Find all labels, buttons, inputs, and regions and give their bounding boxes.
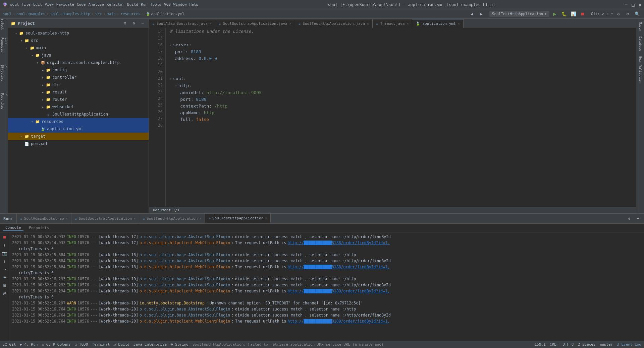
close-icon[interactable]: ✕: [289, 22, 291, 25]
wrap-text-button[interactable]: ↵: [1, 266, 8, 273]
tree-item-org-package[interactable]: ▾ 📦 org.dromara.soul.examples.http: [8, 59, 149, 66]
scroll-up-button[interactable]: ↑: [1, 258, 8, 265]
close-icon[interactable]: ✕: [367, 22, 369, 25]
editor-tab-soul-admin-bootstrap[interactable]: ☕ SoulAdminBootstrap.java ✕: [149, 19, 215, 28]
menu-navigate[interactable]: Navigate: [56, 2, 74, 7]
tree-item-result[interactable]: ▸ 📁 result: [8, 88, 149, 96]
panel-scope-icon[interactable]: ⊙: [122, 20, 128, 27]
line-ending[interactable]: CRLF: [550, 342, 559, 347]
menu-help[interactable]: Help: [190, 2, 199, 7]
menu-run[interactable]: Run: [141, 2, 148, 7]
menu-vcs[interactable]: VCS: [164, 2, 171, 7]
breadcrumb-soul-examples[interactable]: soul-examples: [16, 12, 45, 16]
menu-code[interactable]: Code: [77, 2, 86, 7]
console-tab[interactable]: Console: [3, 225, 23, 231]
code-content[interactable]: # limitations under the License. ▾server…: [166, 28, 636, 207]
editor-tab-soul-test-http-application[interactable]: ☕ SoulTestHttpApplication.java ✕: [295, 19, 373, 28]
tree-item-target[interactable]: ▸ 📁 target: [8, 133, 149, 140]
run-panel-collapse-icon[interactable]: ─: [635, 215, 641, 222]
breadcrumb-application-yml[interactable]: application.yml: [151, 12, 184, 16]
breadcrumb-resources[interactable]: resources: [120, 12, 141, 16]
database-tab[interactable]: Database: [638, 34, 643, 53]
panel-collapse-icon[interactable]: ─: [139, 20, 146, 27]
build-status-bar[interactable]: ⚙ Build: [114, 342, 129, 347]
align-button[interactable]: ≡: [1, 274, 8, 281]
run-with-coverage-button[interactable]: 📊: [570, 10, 578, 18]
stop-run-button[interactable]: ⏹: [1, 234, 8, 240]
close-icon[interactable]: ✕: [199, 217, 201, 220]
menu-window[interactable]: Window: [173, 2, 187, 7]
undo-button[interactable]: ↺: [614, 10, 623, 18]
breadcrumb-soul-examples-http[interactable]: soul-examples-http: [50, 12, 90, 16]
debug-button[interactable]: 🐛: [560, 10, 568, 18]
run-tab-soul-admin-bootstrap[interactable]: ☕ SoulAdminBootstrap ✕: [17, 214, 71, 223]
spring-status-bar[interactable]: ☘ Spring: [171, 342, 189, 347]
structure-icon[interactable]: 2: Structure: [1, 70, 7, 76]
menu-view[interactable]: View: [45, 2, 54, 7]
close-button[interactable]: ✕: [639, 2, 641, 7]
tree-item-java[interactable]: ▾ 📁 java: [8, 52, 149, 59]
settings-button[interactable]: ⚙: [624, 10, 632, 18]
terminal-status-bar[interactable]: Terminal: [92, 342, 110, 347]
tree-item-config[interactable]: ▸ 📁 config: [8, 66, 149, 74]
tree-item-soul-test-http-app[interactable]: ▸ ☕ SoulTestHttpApplication: [8, 111, 149, 118]
menu-soul[interactable]: soul: [10, 2, 19, 7]
log-output[interactable]: 2021-01-15 00:52:14.933 INFO 10576 --- […: [9, 232, 644, 341]
run-panel-settings-icon[interactable]: ⚙: [626, 215, 633, 222]
tree-item-dto[interactable]: ▸ 📁 dto: [8, 81, 149, 88]
run-button[interactable]: ▶: [551, 10, 559, 18]
search-everywhere-button[interactable]: 🔍: [633, 10, 641, 18]
run-config-selector[interactable]: SoulTestHttpApplication ▾: [489, 11, 549, 17]
menu-refactor[interactable]: Refactor: [107, 2, 124, 7]
pull-requests-icon[interactable]: Pull Requests: [1, 42, 7, 48]
editor-tab-application-yml[interactable]: 🍃 application.yml ✕: [412, 19, 463, 28]
tree-item-main[interactable]: ▾ 📁 main: [8, 44, 149, 52]
minimize-button[interactable]: ─: [625, 2, 628, 7]
tree-item-src[interactable]: ▾ 📁 src: [8, 37, 149, 44]
camera-button[interactable]: 📷: [1, 250, 8, 257]
close-icon[interactable]: ✕: [265, 216, 267, 220]
menu-edit[interactable]: Edit: [33, 2, 42, 7]
code-editor[interactable]: 14 15 16 17 18 19 20 21 22 23 24 25 26 2…: [149, 28, 636, 207]
breadcrumb-src[interactable]: src: [95, 12, 102, 16]
breadcrumb-soul[interactable]: soul: [3, 12, 12, 16]
close-icon[interactable]: ✕: [210, 22, 212, 25]
tree-item-application-yml[interactable]: ▸ 🍃 application.yml: [8, 125, 149, 133]
menu-analyze[interactable]: Analyze: [88, 2, 104, 7]
run-status-bar[interactable]: ▶ 4: Run: [20, 342, 38, 347]
close-icon[interactable]: ✕: [133, 217, 136, 220]
menu-build[interactable]: Build: [127, 2, 138, 7]
close-icon[interactable]: ✕: [458, 22, 460, 25]
run-tab-soul-test-http-2[interactable]: ☕ SoulTestHttpApplication ✕: [205, 214, 271, 223]
indent[interactable]: 2 spaces: [578, 342, 595, 347]
vcs-branch[interactable]: master: [599, 342, 613, 347]
bean-validation-tab[interactable]: Bean Validation: [638, 54, 643, 85]
tree-item-resources[interactable]: ▾ 📁 resources: [8, 118, 149, 125]
endpoints-tab[interactable]: Endpoints: [26, 225, 52, 231]
java-enterprise-status-bar[interactable]: Java Enterprise: [133, 342, 167, 347]
stop-button[interactable]: ⏹: [579, 10, 587, 18]
run-tab-soul-bootstrap-app[interactable]: ☕ SoulBootstrapApplication ✕: [71, 214, 140, 223]
git-status-bar[interactable]: ⎇ Git: [3, 342, 16, 347]
editor-tab-thread[interactable]: ☕ Thread.java ✕: [373, 19, 413, 28]
close-icon[interactable]: ✕: [66, 217, 68, 220]
clear-button[interactable]: 🗑: [1, 282, 8, 289]
maven-tab[interactable]: Maven: [638, 20, 643, 33]
close-icon[interactable]: ✕: [407, 22, 409, 25]
breadcrumb-main[interactable]: main: [107, 12, 116, 16]
tree-item-websocket[interactable]: ▸ 📁 websocket: [8, 103, 149, 111]
event-log[interactable]: 3 Event Log: [617, 342, 641, 347]
problems-status-bar[interactable]: ⚠ 6: Problems: [42, 342, 70, 347]
maximize-button[interactable]: □: [632, 2, 634, 7]
tree-item-controller[interactable]: ▸ 📁 controller: [8, 74, 149, 81]
tree-item-router[interactable]: ▸ 📁 router: [8, 96, 149, 103]
nav-forward-button[interactable]: ▶: [477, 10, 485, 18]
print-button[interactable]: 🖨: [1, 290, 8, 297]
project-panel-toggle[interactable]: 1: Project: [1, 20, 7, 27]
menu-file[interactable]: File: [22, 2, 31, 7]
favorites-icon[interactable]: 2: Favorites: [1, 98, 7, 105]
todo-status-bar[interactable]: ☐ TODO: [75, 342, 88, 347]
menu-tools[interactable]: Tools: [150, 2, 161, 7]
tree-item-soul-examples-http[interactable]: ▾ 📁 soul-examples-http: [8, 29, 149, 37]
run-tab-soul-test-http-1[interactable]: ☕ SoulTestHttpApplication ✕: [139, 214, 205, 223]
